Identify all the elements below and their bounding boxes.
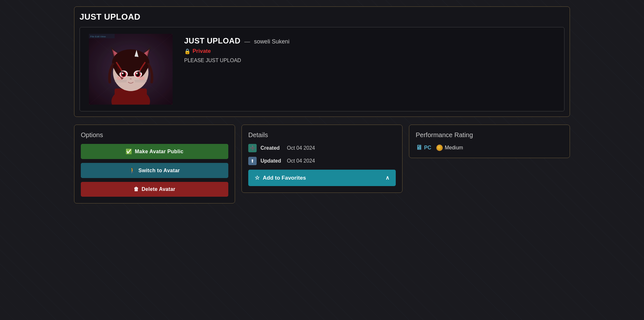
- person-icon: 🚶: [129, 167, 136, 174]
- chevron-up-icon: ∧: [385, 174, 389, 181]
- page-wrapper: JUST UPLOAD: [74, 6, 570, 203]
- perf-rating: Medium: [436, 145, 463, 151]
- details-panel-title: Details: [248, 131, 396, 139]
- perf-platform-label: PC: [424, 145, 431, 151]
- page-title: JUST UPLOAD: [80, 12, 564, 22]
- favorites-label: Add to Favorites: [263, 175, 306, 181]
- svg-text:File  Edit  View: File Edit View: [90, 35, 106, 38]
- updated-row: ⬆ Updated Oct 04 2024: [248, 157, 396, 165]
- perf-row: 🖥 PC Medium: [416, 144, 563, 151]
- switch-to-avatar-button[interactable]: 🚶 Switch to Avatar: [81, 163, 228, 178]
- star-icon: ☆: [255, 174, 260, 181]
- rating-circle: [436, 145, 443, 151]
- options-panel-title: Options: [81, 131, 228, 139]
- avatar-dash: —: [244, 38, 250, 45]
- switch-avatar-label: Switch to Avatar: [138, 168, 180, 174]
- make-public-label: Make Avatar Public: [135, 149, 184, 155]
- svg-point-24: [138, 76, 145, 80]
- fav-left: ☆ Add to Favorites: [255, 174, 306, 181]
- svg-point-25: [130, 78, 132, 80]
- performance-panel-title: Performance Rating: [416, 131, 563, 139]
- delete-avatar-label: Delete Avatar: [142, 186, 175, 192]
- privacy-badge: 🔒 Private: [184, 48, 289, 54]
- lock-icon: 🔒: [184, 48, 191, 54]
- performance-panel: Performance Rating 🖥 PC Medium: [409, 125, 570, 158]
- make-avatar-public-button[interactable]: ✅ Make Avatar Public: [81, 144, 228, 159]
- svg-point-23: [117, 76, 123, 80]
- avatar-name-row: JUST UPLOAD — soweli Sukeni: [184, 36, 289, 45]
- avatar-description: PLEASE JUST UPLOAD: [184, 58, 289, 63]
- avatar-name: JUST UPLOAD: [184, 36, 241, 45]
- options-panel: Options ✅ Make Avatar Public 🚶 Switch to…: [74, 125, 235, 203]
- details-panel: Details ➕ Created Oct 04 2024 ⬆ Updated …: [242, 125, 402, 193]
- svg-point-22: [136, 73, 138, 74]
- avatar-info-box: File Edit View JUST UPLOAD — soweli Suke…: [80, 27, 564, 111]
- avatar-thumbnail: File Edit View: [89, 34, 173, 105]
- avatar-meta: JUST UPLOAD — soweli Sukeni 🔒 Private PL…: [184, 34, 289, 63]
- privacy-text: Private: [193, 48, 211, 54]
- updated-value: Oct 04 2024: [287, 158, 315, 164]
- top-card: JUST UPLOAD: [74, 6, 570, 117]
- created-value: Oct 04 2024: [287, 145, 315, 151]
- perf-pc: 🖥 PC: [416, 144, 431, 151]
- avatar-author: soweli Sukeni: [254, 38, 289, 45]
- rating-label: Medium: [445, 145, 463, 151]
- bottom-section: Options ✅ Make Avatar Public 🚶 Switch to…: [74, 125, 570, 203]
- svg-point-18: [122, 73, 124, 74]
- created-icon: ➕: [248, 144, 257, 152]
- checkmark-icon: ✅: [126, 148, 132, 155]
- created-label: Created: [260, 145, 283, 151]
- monitor-icon: 🖥: [416, 144, 422, 151]
- add-to-favorites-button[interactable]: ☆ Add to Favorites ∧: [248, 170, 396, 186]
- updated-label: Updated: [260, 158, 283, 164]
- delete-avatar-button[interactable]: 🗑 Delete Avatar: [81, 182, 228, 197]
- trash-icon: 🗑: [134, 186, 139, 192]
- created-row: ➕ Created Oct 04 2024: [248, 144, 396, 152]
- updated-icon: ⬆: [248, 157, 257, 165]
